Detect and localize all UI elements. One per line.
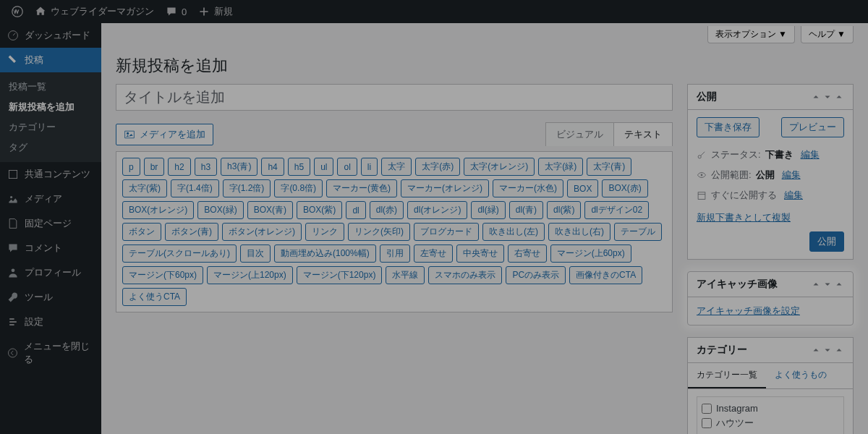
category-item[interactable]: Instagram	[702, 401, 839, 415]
menu-posts[interactable]: 投稿	[0, 48, 101, 72]
quicktag-button[interactable]: よく使うCTA	[122, 288, 187, 306]
quicktag-button[interactable]: 太字(赤)	[415, 158, 460, 176]
quicktag-button[interactable]: PCのみ表示	[506, 266, 566, 284]
quicktag-button[interactable]: 吹き出し(左)	[482, 223, 545, 241]
chevron-up-icon[interactable]	[811, 345, 821, 355]
category-checkbox[interactable]	[702, 418, 712, 428]
quicktag-button[interactable]: テーブル	[614, 223, 662, 241]
category-tab-popular[interactable]: よく使うもの	[766, 363, 835, 388]
quicktag-button[interactable]: h4	[261, 158, 284, 176]
quicktag-button[interactable]: ボタン	[122, 223, 161, 241]
category-tab-all[interactable]: カテゴリー一覧	[688, 363, 766, 388]
menu-settings[interactable]: 設定	[0, 310, 101, 334]
quicktag-button[interactable]: BOX(緑)	[197, 201, 243, 219]
quicktag-button[interactable]: ボタン(青)	[165, 223, 218, 241]
quicktag-button[interactable]: マージン(上60px)	[550, 244, 631, 263]
quicktag-button[interactable]: ブログカード	[414, 223, 479, 241]
help-toggle[interactable]: ヘルプ ▼	[801, 26, 854, 43]
quicktag-button[interactable]: 動画埋め込み(100%幅)	[274, 244, 376, 263]
category-list[interactable]: Instagramハウツープレゼンテーションツールトレンドインタビュープロジェク…	[697, 396, 844, 434]
menu-dashboard[interactable]: ダッシュボード	[0, 23, 101, 48]
chevron-up-small-icon[interactable]	[834, 279, 844, 289]
quicktag-button[interactable]: 左寄せ	[414, 244, 453, 263]
menu-collapse[interactable]: メニューを閉じる	[0, 334, 101, 372]
quicktag-button[interactable]: BOX	[567, 179, 598, 197]
quicktag-button[interactable]: h3	[195, 158, 217, 176]
chevron-down-icon[interactable]	[822, 92, 833, 102]
quicktag-button[interactable]: dl(紫)	[547, 201, 581, 219]
quicktag-button[interactable]: dlデザイン02	[584, 201, 649, 219]
quicktag-button[interactable]: ol	[337, 158, 357, 176]
publish-button[interactable]: 公開	[809, 231, 844, 252]
quicktag-button[interactable]: BOX(紫)	[297, 201, 342, 219]
quicktag-button[interactable]: dl(緑)	[471, 201, 505, 219]
quicktag-button[interactable]: p	[122, 158, 140, 176]
submenu-new-post[interactable]: 新規投稿を追加	[0, 97, 101, 117]
quicktag-button[interactable]: マーカー(オレンジ)	[401, 179, 489, 197]
chevron-up-icon[interactable]	[811, 92, 821, 102]
quicktag-button[interactable]: 中央寄せ	[456, 244, 504, 263]
chevron-down-icon[interactable]	[822, 345, 833, 355]
menu-shared[interactable]: 共通コンテンツ	[0, 162, 101, 187]
tab-visual[interactable]: ビジュアル	[546, 123, 613, 146]
category-item[interactable]: プレゼンテーション	[702, 431, 839, 434]
quicktag-button[interactable]: 太字(緑)	[538, 158, 583, 176]
quicktag-button[interactable]: ul	[314, 158, 333, 176]
edit-date-link[interactable]: 編集	[784, 189, 803, 202]
quicktag-button[interactable]: マーカー(黄色)	[326, 179, 397, 197]
duplicate-draft-link[interactable]: 新規下書きとして複製	[697, 211, 844, 224]
submenu-tags[interactable]: タグ	[0, 137, 101, 158]
menu-pages[interactable]: 固定ページ	[0, 211, 101, 236]
quicktag-button[interactable]: dl(赤)	[370, 201, 404, 219]
quicktag-button[interactable]: 引用	[380, 244, 410, 263]
preview-button[interactable]: プレビュー	[781, 117, 844, 137]
quicktag-button[interactable]: リンク(矢印)	[348, 223, 410, 241]
quicktag-button[interactable]: 目次	[240, 244, 271, 263]
quicktag-button[interactable]: スマホのみ表示	[428, 266, 502, 284]
category-checkbox[interactable]	[702, 404, 712, 414]
screen-options-toggle[interactable]: 表示オプション ▼	[707, 26, 795, 43]
quicktag-button[interactable]: リンク	[305, 223, 344, 241]
quicktag-button[interactable]: 太字(青)	[587, 158, 631, 176]
menu-comments[interactable]: コメント	[0, 236, 101, 260]
quicktag-button[interactable]: 太字(オレンジ)	[464, 158, 535, 176]
set-featured-image-link[interactable]: アイキャッチ画像を設定	[697, 305, 800, 316]
chevron-up-small-icon[interactable]	[834, 92, 844, 102]
quicktag-button[interactable]: li	[361, 158, 378, 176]
quicktag-button[interactable]: 字(0.8倍)	[274, 179, 323, 197]
new-content[interactable]: 新規	[192, 5, 239, 18]
quicktag-button[interactable]: ボタン(オレンジ)	[222, 223, 302, 241]
quicktag-button[interactable]: 吹き出し(右)	[548, 223, 610, 241]
submenu-all-posts[interactable]: 投稿一覧	[0, 77, 101, 97]
comments-count[interactable]: 0	[160, 6, 192, 17]
site-name[interactable]: ウェブライダーマガジン	[29, 5, 160, 18]
add-media-button[interactable]: メディアを追加	[116, 124, 213, 145]
save-draft-button[interactable]: 下書き保存	[697, 117, 760, 137]
quicktag-button[interactable]: マーカー(水色)	[493, 179, 563, 197]
quicktag-button[interactable]: マージン(下120px)	[297, 266, 383, 284]
quicktag-button[interactable]: 太字(紫)	[122, 179, 167, 197]
post-title-input[interactable]	[116, 84, 673, 111]
quicktag-button[interactable]: 画像付きのCTA	[569, 266, 642, 284]
wp-logo[interactable]	[6, 6, 29, 17]
quicktag-button[interactable]: dl	[346, 201, 365, 219]
quicktag-button[interactable]: dl(オレンジ)	[407, 201, 467, 219]
category-item[interactable]: ハウツー	[702, 415, 839, 431]
tab-text[interactable]: テキスト	[613, 123, 672, 146]
quicktag-button[interactable]: BOX(赤)	[602, 179, 647, 197]
quicktag-button[interactable]: 太字	[381, 158, 412, 176]
quicktag-button[interactable]: h5	[288, 158, 310, 176]
menu-media[interactable]: メディア	[0, 187, 101, 211]
quicktag-button[interactable]: マージン(上120px)	[207, 266, 293, 284]
quicktag-button[interactable]: BOX(オレンジ)	[122, 201, 194, 219]
quicktag-button[interactable]: BOX(青)	[247, 201, 293, 219]
quicktag-button[interactable]: 右寄せ	[508, 244, 547, 263]
quicktag-button[interactable]: 水平線	[386, 266, 425, 284]
chevron-up-icon[interactable]	[811, 279, 821, 289]
quicktag-button[interactable]: br	[144, 158, 165, 176]
menu-profile[interactable]: プロフィール	[0, 260, 101, 285]
menu-tools[interactable]: ツール	[0, 285, 101, 310]
edit-status-link[interactable]: 編集	[801, 148, 820, 161]
edit-visibility-link[interactable]: 編集	[782, 169, 801, 182]
chevron-up-small-icon[interactable]	[834, 345, 844, 355]
